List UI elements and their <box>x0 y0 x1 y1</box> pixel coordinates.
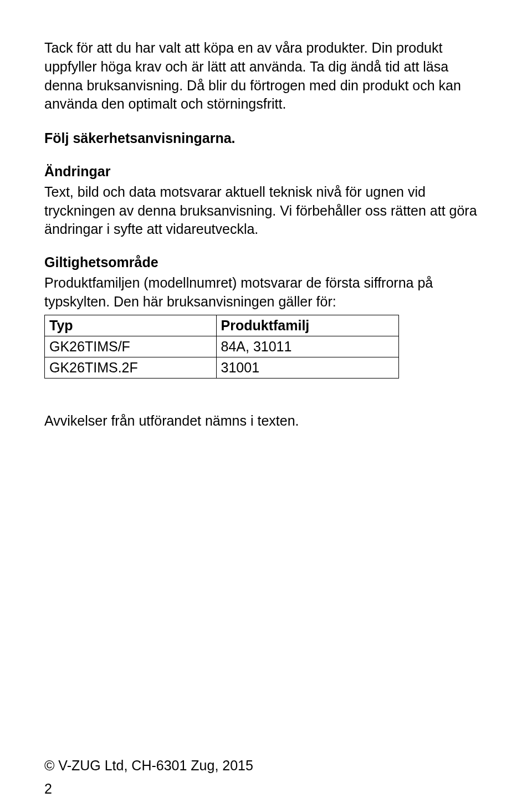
product-family-table: Typ Produktfamilj GK26TIMS/F 84A, 31011 … <box>44 315 399 379</box>
table-cell-family: 84A, 31011 <box>216 336 398 357</box>
table-cell-typ: GK26TIMS.2F <box>45 357 217 378</box>
validity-body: Produktfamiljen (modellnumret) motsvarar… <box>44 274 488 311</box>
table-header-family: Produktfamilj <box>216 315 398 336</box>
copyright-line: © V-ZUG Ltd, CH-6301 Zug, 2015 <box>44 758 253 774</box>
validity-section: Giltighetsområde Produktfamiljen (modell… <box>44 254 488 311</box>
table-row: GK26TIMS.2F 31001 <box>45 357 399 378</box>
table-cell-typ: GK26TIMS/F <box>45 336 217 357</box>
table-row: GK26TIMS/F 84A, 31011 <box>45 336 399 357</box>
page-number: 2 <box>44 781 52 797</box>
table-header-typ: Typ <box>45 315 217 336</box>
deviations-note: Avvikelser från utförandet nämns i texte… <box>44 412 488 431</box>
page-content: Tack för att du har valt att köpa en av … <box>0 0 532 808</box>
changes-heading: Ändringar <box>44 163 488 180</box>
intro-paragraph: Tack för att du har valt att köpa en av … <box>44 39 488 114</box>
table-cell-family: 31001 <box>216 357 398 378</box>
table-header-row: Typ Produktfamilj <box>45 315 399 336</box>
safety-instruction: Följ säkerhetsanvisningarna. <box>44 129 488 148</box>
validity-heading: Giltighetsområde <box>44 254 488 270</box>
changes-body: Text, bild och data motsvarar aktuell te… <box>44 183 488 239</box>
changes-section: Ändringar Text, bild och data motsvarar … <box>44 163 488 239</box>
